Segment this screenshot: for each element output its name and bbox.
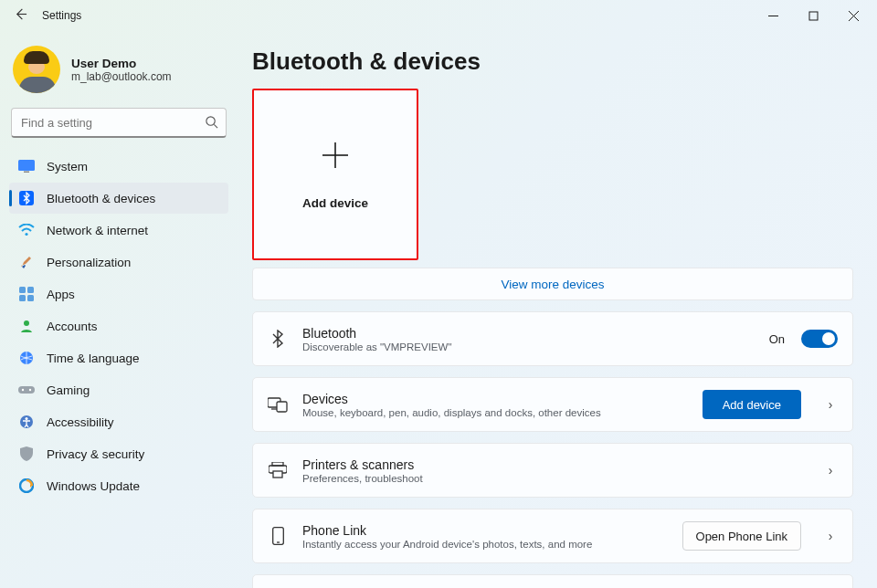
cameras-row[interactable]: Cameras Connected cameras, default image…	[253, 575, 852, 588]
sidebar-item-label: Apps	[47, 288, 75, 301]
back-button[interactable]	[11, 7, 29, 24]
phone-icon	[268, 527, 288, 545]
window-title: Settings	[42, 9, 81, 22]
chevron-right-icon: ›	[823, 529, 838, 543]
sidebar-item-bluetooth[interactable]: Bluetooth & devices	[9, 183, 228, 214]
svg-rect-11	[27, 287, 34, 293]
printers-title: Printers & scanners	[302, 457, 801, 472]
svg-point-4	[206, 117, 215, 125]
printers-row[interactable]: Printers & scanners Preferences, trouble…	[253, 444, 852, 497]
svg-point-18	[22, 389, 24, 391]
sidebar-item-network[interactable]: Network & internet	[9, 215, 228, 246]
svg-point-21	[26, 417, 28, 420]
minimize-button[interactable]	[753, 2, 793, 29]
profile-email: m_lab@outlook.com	[71, 70, 172, 83]
page-heading: Bluetooth & devices	[252, 47, 853, 76]
person-icon	[18, 318, 35, 334]
svg-rect-7	[24, 172, 29, 173]
shield-icon	[18, 446, 35, 462]
view-more-link[interactable]: View more devices	[252, 268, 853, 300]
search-input[interactable]	[11, 108, 227, 138]
svg-point-9	[25, 233, 27, 236]
sidebar-item-privacy[interactable]: Privacy & security	[9, 438, 228, 469]
add-device-card[interactable]: Add device	[252, 89, 418, 260]
sidebar-item-time[interactable]: Time & language	[9, 342, 228, 373]
sidebar-item-personalization[interactable]: Personalization	[9, 247, 228, 278]
sidebar-item-apps[interactable]: Apps	[9, 278, 228, 310]
devices-subtitle: Mouse, keyboard, pen, audio, displays an…	[302, 407, 688, 418]
apps-icon	[18, 286, 35, 302]
profile-block[interactable]: User Demo m_lab@outlook.com	[9, 40, 228, 108]
main-content: Bluetooth & devices Add device View more…	[238, 31, 877, 588]
nav-list: System Bluetooth & devices Network & int…	[9, 151, 228, 501]
globe-clock-icon	[18, 350, 35, 366]
phone-subtitle: Instantly access your Android device's p…	[302, 539, 668, 550]
phone-card: Phone Link Instantly access your Android…	[252, 509, 853, 563]
svg-rect-17	[18, 386, 35, 394]
paintbrush-icon	[18, 254, 35, 270]
chevron-right-icon: ›	[823, 463, 838, 478]
sidebar-item-accessibility[interactable]: Accessibility	[9, 406, 228, 437]
svg-rect-26	[277, 402, 287, 412]
update-icon	[18, 478, 35, 494]
sidebar-item-label: Bluetooth & devices	[47, 192, 155, 205]
accessibility-icon	[18, 414, 35, 430]
phone-title: Phone Link	[302, 523, 668, 538]
window-controls	[753, 2, 873, 29]
devices-title: Devices	[302, 392, 688, 406]
svg-rect-1	[809, 12, 818, 20]
sidebar-item-label: Accounts	[47, 320, 98, 333]
phone-row[interactable]: Phone Link Instantly access your Android…	[253, 509, 852, 562]
plus-icon	[321, 140, 350, 178]
sidebar-item-label: Personalization	[47, 256, 131, 269]
sidebar-item-gaming[interactable]: Gaming	[9, 374, 228, 405]
sidebar: User Demo m_lab@outlook.com System Bluet…	[0, 31, 238, 588]
devices-card: Devices Mouse, keyboard, pen, audio, dis…	[252, 377, 853, 432]
sidebar-item-label: System	[47, 160, 88, 173]
wifi-icon	[18, 222, 35, 238]
sidebar-item-label: Windows Update	[47, 479, 140, 493]
add-device-label: Add device	[302, 196, 368, 210]
monitor-icon	[18, 158, 35, 174]
bluetooth-glyph-icon	[268, 330, 288, 348]
profile-name: User Demo	[71, 57, 172, 70]
bluetooth-toggle[interactable]	[801, 330, 838, 348]
printer-icon	[268, 462, 288, 478]
search-container	[11, 108, 227, 138]
sidebar-item-label: Network & internet	[47, 224, 148, 237]
printers-subtitle: Preferences, troubleshoot	[302, 473, 801, 484]
printers-card: Printers & scanners Preferences, trouble…	[252, 443, 853, 498]
svg-rect-12	[19, 295, 26, 301]
sidebar-item-system[interactable]: System	[9, 151, 228, 182]
maximize-button[interactable]	[793, 2, 833, 29]
svg-point-14	[24, 320, 29, 326]
svg-rect-6	[18, 160, 35, 171]
bluetooth-subtitle: Discoverable as "VMPREVIEW"	[302, 341, 755, 352]
bluetooth-title: Bluetooth	[302, 326, 755, 341]
avatar	[13, 46, 60, 93]
add-device-button[interactable]: Add device	[703, 390, 801, 419]
sidebar-item-label: Gaming	[47, 383, 90, 397]
chevron-right-icon: ›	[823, 397, 838, 412]
svg-rect-10	[19, 287, 26, 293]
svg-rect-13	[27, 295, 34, 301]
svg-point-19	[29, 389, 31, 391]
bluetooth-icon	[18, 190, 35, 206]
sidebar-item-accounts[interactable]: Accounts	[9, 310, 228, 341]
cameras-card: Cameras Connected cameras, default image…	[252, 574, 853, 588]
open-phone-link-button[interactable]: Open Phone Link	[682, 521, 801, 551]
sidebar-item-update[interactable]: Windows Update	[9, 470, 228, 501]
bluetooth-state-label: On	[769, 332, 785, 346]
close-button[interactable]	[833, 2, 873, 29]
devices-row[interactable]: Devices Mouse, keyboard, pen, audio, dis…	[253, 378, 852, 431]
search-icon	[205, 115, 218, 131]
svg-rect-30	[273, 471, 282, 478]
gamepad-icon	[18, 382, 35, 398]
sidebar-item-label: Time & language	[47, 352, 140, 365]
svg-line-5	[214, 124, 217, 128]
bluetooth-row: Bluetooth Discoverable as "VMPREVIEW" On	[253, 312, 852, 365]
devices-icon	[268, 396, 288, 413]
view-more-label: View more devices	[501, 278, 604, 291]
titlebar: Settings	[0, 0, 877, 31]
bluetooth-card: Bluetooth Discoverable as "VMPREVIEW" On	[252, 311, 853, 366]
